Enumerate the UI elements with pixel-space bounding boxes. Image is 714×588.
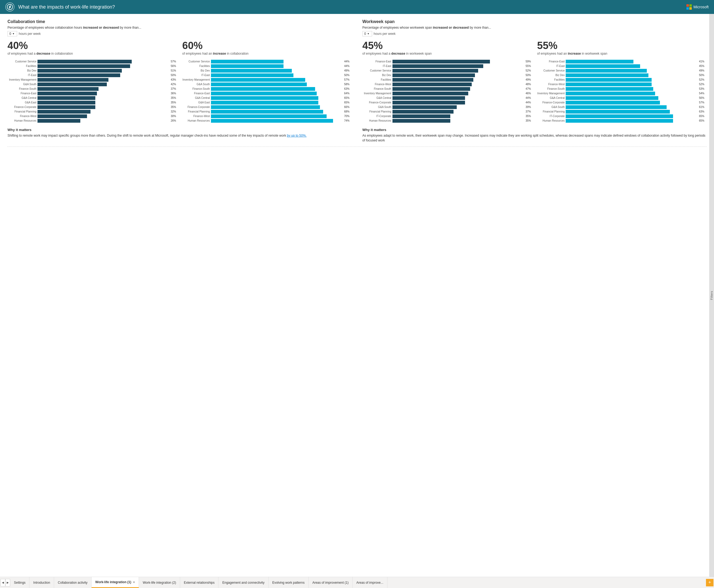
main-content: Collaboration time Percentage of employe… xyxy=(0,14,714,577)
workweek-hours-input: 0 ▼ hours per week xyxy=(363,31,707,37)
bar-fill xyxy=(392,105,457,109)
bar-track xyxy=(392,105,525,109)
bar-track xyxy=(392,119,525,123)
bar-fill xyxy=(566,101,660,104)
bar-row: Financial Planning37% xyxy=(363,110,533,113)
bar-label: Financial Planning xyxy=(363,110,391,113)
bar-label: Customer Service xyxy=(363,69,391,72)
workweek-span-section: Workweek span Percentage of employees wh… xyxy=(363,19,707,143)
bar-pct-label: 66% xyxy=(344,106,352,108)
bar-row: Facilities52% xyxy=(536,78,707,82)
bar-label: Biz Dev xyxy=(181,69,210,72)
bar-fill xyxy=(38,96,95,100)
bar-row: IT-East45% xyxy=(536,64,707,68)
bar-label: Finance-West xyxy=(181,115,210,118)
bar-track xyxy=(38,114,170,118)
bar-label: IT-Corporate xyxy=(363,115,391,118)
bar-pct-label: 36% xyxy=(171,92,178,95)
bar-row: Financial Planning32% xyxy=(7,110,178,113)
bar-track xyxy=(566,91,698,96)
bar-label: Inventory Management xyxy=(7,78,37,81)
collab-time-section: Collaboration time Percentage of employe… xyxy=(7,19,352,143)
bar-fill xyxy=(566,83,652,86)
bar-fill xyxy=(211,105,320,109)
bar-track xyxy=(566,69,698,72)
bar-row: IT-East50% xyxy=(181,74,352,77)
bar-track xyxy=(38,119,170,123)
bar-pct-label: 37% xyxy=(525,110,533,113)
bar-track xyxy=(38,64,170,68)
bar-row: Finance-South63% xyxy=(181,87,352,91)
bar-track xyxy=(392,64,525,68)
bar-fill xyxy=(38,60,132,63)
bar-pct-label: 56% xyxy=(699,97,707,99)
bar-label: Customer Service xyxy=(181,60,210,63)
bar-row: Customer Service52% xyxy=(363,69,533,72)
bar-fill xyxy=(211,87,315,91)
bar-track xyxy=(38,83,170,86)
bar-fill xyxy=(392,83,472,86)
filters-panel[interactable]: Filters xyxy=(709,14,714,577)
collab-why-text: Shifting to remote work may impact speci… xyxy=(7,133,352,138)
bar-pct-label: 42% xyxy=(171,83,178,86)
bar-fill xyxy=(566,69,647,72)
bar-fill xyxy=(38,110,90,113)
bar-fill xyxy=(38,78,108,82)
bar-row: Finance-South47% xyxy=(363,87,533,91)
bar-row: Finance-East64% xyxy=(181,91,352,96)
bar-pct-label: 35% xyxy=(171,101,178,104)
bar-track xyxy=(211,60,343,63)
workweek-increase-pct: 55% xyxy=(537,40,707,51)
collab-desc-prefix: Percentage of employees whose collaborat… xyxy=(7,26,83,29)
bar-pct-label: 48% xyxy=(525,83,533,86)
hours-input-box[interactable]: 0 ▼ xyxy=(7,31,17,37)
collab-why-link[interactable]: by up to 50%. xyxy=(287,134,306,138)
bar-label: IT-East xyxy=(363,65,391,67)
bar-fill xyxy=(38,91,97,96)
bar-label: Human Resources xyxy=(181,119,210,122)
bar-label: IT-East xyxy=(536,65,565,67)
bar-label: Finance-Corporate xyxy=(181,106,210,108)
workweek-title: Workweek span xyxy=(363,19,707,24)
bar-fill xyxy=(392,87,470,91)
bar-fill xyxy=(566,119,673,123)
bar-track xyxy=(392,114,525,118)
bar-label: Finance-Corporate xyxy=(536,101,565,104)
bar-row: Financial Planning68% xyxy=(181,110,352,113)
workweek-hours-value: 0 xyxy=(364,32,366,36)
bar-label: G&A Central xyxy=(181,97,210,99)
bar-track xyxy=(38,105,170,109)
bar-fill xyxy=(38,105,95,109)
bar-row: Inventory Management43% xyxy=(7,78,178,82)
bar-label: Customer Service xyxy=(7,60,37,63)
bar-row: Biz Dev51% xyxy=(7,69,178,72)
collab-desc-suffix: by more than... xyxy=(119,26,141,29)
bar-pct-label: 70% xyxy=(344,115,352,118)
bar-pct-label: 58% xyxy=(344,83,352,86)
bar-pct-label: 52% xyxy=(525,69,533,72)
bar-label: G&A South xyxy=(181,83,210,86)
bar-fill xyxy=(392,96,465,100)
workweek-why-title: Why it matters xyxy=(363,128,707,132)
bar-pct-label: 50% xyxy=(171,74,178,77)
bar-fill xyxy=(392,119,450,123)
collab-why-title: Why it matters xyxy=(7,128,352,132)
workweek-increase-block: 55% of employees had an increase in work… xyxy=(537,40,707,56)
bar-label: Facilities xyxy=(7,65,37,67)
bar-track xyxy=(211,105,343,109)
bar-track xyxy=(566,114,698,118)
bar-row: Human Resources74% xyxy=(181,119,352,123)
bar-row: Financial Planning63% xyxy=(536,110,707,113)
collab-decrease-pct: 40% xyxy=(7,40,177,51)
bar-track xyxy=(392,60,525,63)
workweek-chart-pair: Finance-East59%IT-East55%Customer Servic… xyxy=(363,60,707,124)
bar-row: IT-East50% xyxy=(7,74,178,77)
bar-pct-label: 54% xyxy=(699,92,707,95)
bar-pct-label: 47% xyxy=(525,87,533,90)
bar-track xyxy=(566,78,698,82)
bar-pct-label: 45% xyxy=(699,65,707,67)
workweek-hours-input-box[interactable]: 0 ▼ xyxy=(363,31,372,37)
bar-track xyxy=(38,110,170,113)
bar-row: Facilities56% xyxy=(7,64,178,68)
bar-pct-label: 30% xyxy=(171,115,178,118)
